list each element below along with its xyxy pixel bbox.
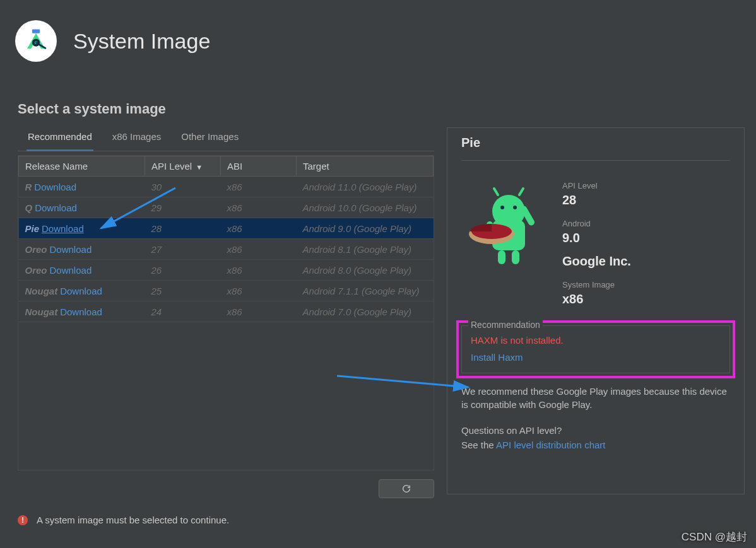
refresh-icon (401, 484, 411, 494)
col-release-name[interactable]: Release Name (19, 156, 145, 177)
haxm-warning: HAXM is not installed. (471, 335, 722, 346)
api-level-label: API Level (562, 181, 631, 190)
system-image-table: Release Name API Level▼ ABI Target RDown… (18, 155, 434, 470)
table-row[interactable]: QDownload 29x86Android 10.0 (Google Play… (19, 197, 434, 218)
table-row[interactable]: OreoDownload 27x86Android 8.1 (Google Pl… (19, 239, 434, 260)
system-image-value: x86 (562, 292, 631, 306)
see-the-text: See the (461, 440, 496, 450)
table-row-selected[interactable]: PieDownload 28x86Android 9.0 (Google Pla… (19, 218, 434, 239)
detail-title: Pie (461, 136, 730, 161)
recommendation-note: We recommend these Google Play images be… (461, 385, 730, 411)
download-link[interactable]: Download (34, 182, 76, 192)
watermark: CSDN @越封 (682, 530, 747, 544)
error-icon: ! (18, 515, 28, 525)
vendor-value: Google Inc. (562, 254, 631, 269)
table-row[interactable]: OreoDownload 26x86Android 8.0 (Google Pl… (19, 260, 434, 281)
recommendation-legend: Recommendation (468, 320, 543, 330)
android-version-value: 9.0 (562, 231, 631, 245)
download-link[interactable]: Download (42, 223, 84, 234)
tab-recommended[interactable]: Recommended (27, 127, 93, 151)
footer-error-row: ! A system image must be selected to con… (18, 515, 756, 525)
download-link[interactable]: Download (50, 265, 92, 276)
refresh-button[interactable] (379, 479, 434, 498)
sort-desc-icon: ▼ (196, 163, 203, 171)
page-title: System Image (73, 29, 210, 54)
android-studio-logo (15, 20, 57, 62)
col-abi[interactable]: ABI (221, 156, 297, 177)
table-row[interactable]: RDownload 30x86Android 11.0 (Google Play… (19, 177, 434, 197)
section-subtitle: Select a system image (18, 101, 756, 117)
download-link[interactable]: Download (60, 286, 102, 296)
tab-x86-images[interactable]: x86 Images (111, 127, 163, 151)
left-pane: Recommended x86 Images Other Images Rele… (18, 127, 434, 498)
table-row[interactable]: NougatDownload 25x86Android 7.1.1 (Googl… (19, 281, 434, 301)
table-row[interactable]: NougatDownload 24x86Android 7.0 (Google … (19, 301, 434, 322)
api-question: Questions on API level? (461, 425, 730, 436)
col-api-level[interactable]: API Level▼ (145, 156, 221, 177)
system-image-label: System Image (562, 280, 631, 289)
android-label: Android (562, 219, 631, 228)
download-link[interactable]: Download (50, 244, 92, 255)
svg-rect-11 (498, 250, 505, 264)
download-link[interactable]: Download (35, 202, 77, 213)
tabs: Recommended x86 Images Other Images (18, 127, 434, 151)
footer-error-text: A system image must be selected to conti… (37, 515, 229, 525)
download-link[interactable]: Download (60, 306, 102, 317)
svg-rect-0 (32, 30, 40, 33)
install-haxm-link[interactable]: Install Haxm (471, 352, 722, 363)
detail-meta: API Level 28 Android 9.0 Google Inc. Sys… (562, 178, 631, 313)
svg-line-7 (519, 189, 523, 195)
svg-line-6 (494, 189, 498, 195)
col-target[interactable]: Target (297, 156, 434, 177)
api-distribution-link[interactable]: API level distribution chart (496, 440, 605, 450)
api-level-value: 28 (562, 193, 631, 207)
header: System Image (0, 0, 756, 82)
recommendation-box: Recommendation HAXM is not installed. In… (461, 325, 730, 373)
detail-pane: Pie A (447, 127, 745, 494)
svg-point-4 (500, 206, 504, 209)
android-pie-illustration (461, 182, 550, 271)
svg-point-5 (513, 206, 517, 209)
tab-other-images[interactable]: Other Images (180, 127, 240, 151)
svg-rect-12 (512, 250, 519, 264)
